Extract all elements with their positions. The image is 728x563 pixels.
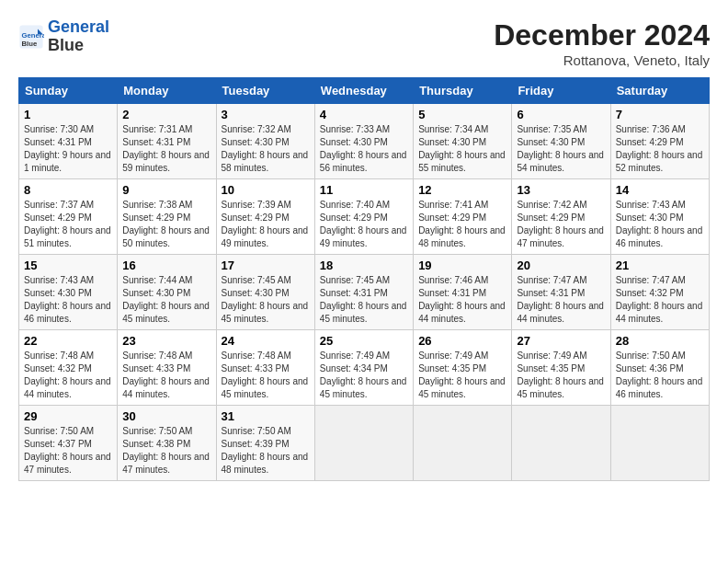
day-cell-27: 27Sunrise: 7:49 AMSunset: 4:35 PMDayligh… xyxy=(512,330,610,406)
day-cell-16: 16Sunrise: 7:44 AMSunset: 4:30 PMDayligh… xyxy=(118,255,216,330)
day-cell-26: 26Sunrise: 7:49 AMSunset: 4:35 PMDayligh… xyxy=(414,330,512,406)
weekday-thursday: Thursday xyxy=(414,78,512,104)
day-info: Sunrise: 7:44 AMSunset: 4:30 PMDaylight:… xyxy=(122,274,210,326)
day-cell-29: 29Sunrise: 7:50 AMSunset: 4:37 PMDayligh… xyxy=(19,406,118,481)
day-number: 30 xyxy=(122,409,210,423)
day-number: 2 xyxy=(122,108,210,121)
day-number: 28 xyxy=(616,334,704,348)
day-info: Sunrise: 7:49 AMSunset: 4:34 PMDaylight:… xyxy=(320,350,408,401)
day-cell-21: 21Sunrise: 7:47 AMSunset: 4:32 PMDayligh… xyxy=(610,255,709,330)
day-number: 11 xyxy=(320,183,408,197)
title-block: December 2024 Rottanova, Veneto, Italy xyxy=(494,18,710,68)
calendar-table: SundayMondayTuesdayWednesdayThursdayFrid… xyxy=(18,77,710,481)
weekday-wednesday: Wednesday xyxy=(314,78,413,104)
empty-cell xyxy=(610,406,709,481)
day-number: 18 xyxy=(320,259,408,272)
empty-cell xyxy=(314,406,413,481)
day-cell-10: 10Sunrise: 7:39 AMSunset: 4:29 PMDayligh… xyxy=(216,179,314,255)
day-number: 14 xyxy=(616,183,704,197)
day-cell-22: 22Sunrise: 7:48 AMSunset: 4:32 PMDayligh… xyxy=(19,330,118,406)
calendar-week-3: 15Sunrise: 7:43 AMSunset: 4:30 PMDayligh… xyxy=(19,255,710,330)
day-number: 24 xyxy=(222,334,310,348)
day-number: 19 xyxy=(418,259,506,272)
empty-cell xyxy=(512,406,610,481)
day-cell-14: 14Sunrise: 7:43 AMSunset: 4:30 PMDayligh… xyxy=(610,179,709,255)
day-number: 10 xyxy=(222,183,310,197)
day-info: Sunrise: 7:45 AMSunset: 4:31 PMDaylight:… xyxy=(320,274,408,326)
day-number: 29 xyxy=(24,409,112,423)
day-cell-6: 6Sunrise: 7:35 AMSunset: 4:30 PMDaylight… xyxy=(512,104,610,179)
day-info: Sunrise: 7:42 AMSunset: 4:29 PMDaylight:… xyxy=(517,199,605,250)
day-cell-17: 17Sunrise: 7:45 AMSunset: 4:30 PMDayligh… xyxy=(216,255,314,330)
day-info: Sunrise: 7:38 AMSunset: 4:29 PMDaylight:… xyxy=(122,199,210,250)
day-cell-30: 30Sunrise: 7:50 AMSunset: 4:38 PMDayligh… xyxy=(118,406,216,481)
day-cell-3: 3Sunrise: 7:32 AMSunset: 4:30 PMDaylight… xyxy=(216,104,314,179)
weekday-monday: Monday xyxy=(118,78,216,104)
day-cell-19: 19Sunrise: 7:46 AMSunset: 4:31 PMDayligh… xyxy=(414,255,512,330)
day-number: 17 xyxy=(222,259,310,272)
day-number: 8 xyxy=(24,183,112,197)
calendar-week-5: 29Sunrise: 7:50 AMSunset: 4:37 PMDayligh… xyxy=(19,406,710,481)
day-cell-25: 25Sunrise: 7:49 AMSunset: 4:34 PMDayligh… xyxy=(314,330,413,406)
calendar-header: SundayMondayTuesdayWednesdayThursdayFrid… xyxy=(19,78,710,104)
weekday-sunday: Sunday xyxy=(19,78,118,104)
day-cell-13: 13Sunrise: 7:42 AMSunset: 4:29 PMDayligh… xyxy=(512,179,610,255)
day-number: 15 xyxy=(24,259,112,272)
day-info: Sunrise: 7:47 AMSunset: 4:32 PMDaylight:… xyxy=(616,274,704,326)
day-cell-20: 20Sunrise: 7:47 AMSunset: 4:31 PMDayligh… xyxy=(512,255,610,330)
day-info: Sunrise: 7:31 AMSunset: 4:31 PMDaylight:… xyxy=(122,123,210,175)
day-info: Sunrise: 7:36 AMSunset: 4:29 PMDaylight:… xyxy=(616,123,704,175)
day-info: Sunrise: 7:41 AMSunset: 4:29 PMDaylight:… xyxy=(418,199,506,250)
day-number: 7 xyxy=(616,108,704,121)
day-cell-8: 8Sunrise: 7:37 AMSunset: 4:29 PMDaylight… xyxy=(19,179,118,255)
calendar-week-2: 8Sunrise: 7:37 AMSunset: 4:29 PMDaylight… xyxy=(19,179,710,255)
day-number: 12 xyxy=(418,183,506,197)
day-info: Sunrise: 7:46 AMSunset: 4:31 PMDaylight:… xyxy=(418,274,506,326)
day-info: Sunrise: 7:47 AMSunset: 4:31 PMDaylight:… xyxy=(517,274,605,326)
day-info: Sunrise: 7:49 AMSunset: 4:35 PMDaylight:… xyxy=(418,350,506,401)
day-number: 31 xyxy=(222,409,310,423)
weekday-saturday: Saturday xyxy=(610,78,709,104)
day-info: Sunrise: 7:30 AMSunset: 4:31 PMDaylight:… xyxy=(24,123,112,175)
day-info: Sunrise: 7:48 AMSunset: 4:33 PMDaylight:… xyxy=(222,350,310,401)
day-info: Sunrise: 7:45 AMSunset: 4:30 PMDaylight:… xyxy=(222,274,310,326)
day-info: Sunrise: 7:49 AMSunset: 4:35 PMDaylight:… xyxy=(517,350,605,401)
day-number: 26 xyxy=(418,334,506,348)
day-number: 6 xyxy=(517,108,605,121)
day-cell-2: 2Sunrise: 7:31 AMSunset: 4:31 PMDaylight… xyxy=(118,104,216,179)
day-number: 27 xyxy=(517,334,605,348)
location: Rottanova, Veneto, Italy xyxy=(494,52,710,68)
day-number: 21 xyxy=(616,259,704,272)
day-info: Sunrise: 7:50 AMSunset: 4:36 PMDaylight:… xyxy=(616,350,704,401)
month-year: December 2024 xyxy=(494,18,710,52)
day-info: Sunrise: 7:43 AMSunset: 4:30 PMDaylight:… xyxy=(616,199,704,250)
weekday-tuesday: Tuesday xyxy=(216,78,314,104)
day-cell-28: 28Sunrise: 7:50 AMSunset: 4:36 PMDayligh… xyxy=(610,330,709,406)
page-header: General Blue GeneralBlue December 2024 R… xyxy=(18,18,710,68)
day-cell-23: 23Sunrise: 7:48 AMSunset: 4:33 PMDayligh… xyxy=(118,330,216,406)
day-cell-11: 11Sunrise: 7:40 AMSunset: 4:29 PMDayligh… xyxy=(314,179,413,255)
day-number: 22 xyxy=(24,334,112,348)
day-number: 3 xyxy=(222,108,310,121)
day-info: Sunrise: 7:39 AMSunset: 4:29 PMDaylight:… xyxy=(222,199,310,250)
day-info: Sunrise: 7:48 AMSunset: 4:32 PMDaylight:… xyxy=(24,350,112,401)
day-number: 4 xyxy=(320,108,408,121)
logo-text: GeneralBlue xyxy=(48,18,109,55)
day-number: 16 xyxy=(122,259,210,272)
day-info: Sunrise: 7:40 AMSunset: 4:29 PMDaylight:… xyxy=(320,199,408,250)
day-info: Sunrise: 7:33 AMSunset: 4:30 PMDaylight:… xyxy=(320,123,408,175)
empty-cell xyxy=(414,406,512,481)
day-number: 25 xyxy=(320,334,408,348)
day-info: Sunrise: 7:37 AMSunset: 4:29 PMDaylight:… xyxy=(24,199,112,250)
day-cell-12: 12Sunrise: 7:41 AMSunset: 4:29 PMDayligh… xyxy=(414,179,512,255)
day-cell-5: 5Sunrise: 7:34 AMSunset: 4:30 PMDaylight… xyxy=(414,104,512,179)
day-info: Sunrise: 7:50 AMSunset: 4:37 PMDaylight:… xyxy=(24,425,112,477)
day-number: 5 xyxy=(418,108,506,121)
weekday-header-row: SundayMondayTuesdayWednesdayThursdayFrid… xyxy=(19,78,710,104)
day-info: Sunrise: 7:43 AMSunset: 4:30 PMDaylight:… xyxy=(24,274,112,326)
day-cell-15: 15Sunrise: 7:43 AMSunset: 4:30 PMDayligh… xyxy=(19,255,118,330)
calendar-week-4: 22Sunrise: 7:48 AMSunset: 4:32 PMDayligh… xyxy=(19,330,710,406)
day-number: 20 xyxy=(517,259,605,272)
day-number: 1 xyxy=(24,108,112,121)
day-cell-31: 31Sunrise: 7:50 AMSunset: 4:39 PMDayligh… xyxy=(216,406,314,481)
